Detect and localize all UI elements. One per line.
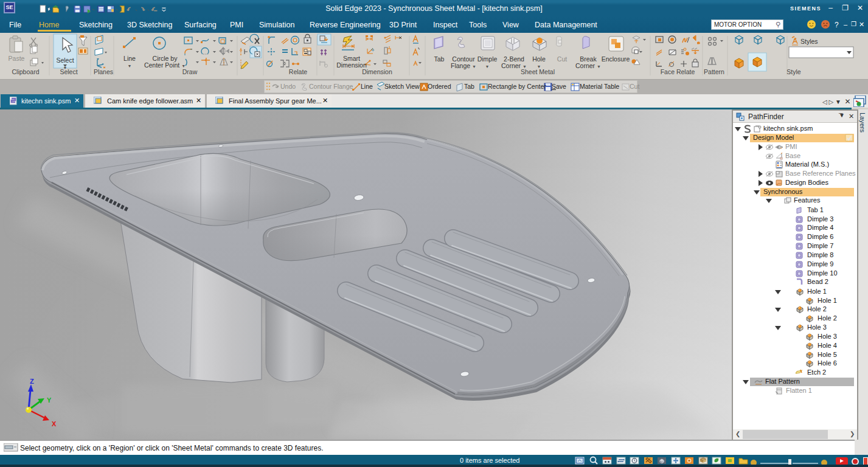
svg-text:X: X — [52, 420, 57, 427]
svg-text:Z: Z — [30, 378, 34, 385]
svg-text:Y: Y — [47, 396, 52, 404]
